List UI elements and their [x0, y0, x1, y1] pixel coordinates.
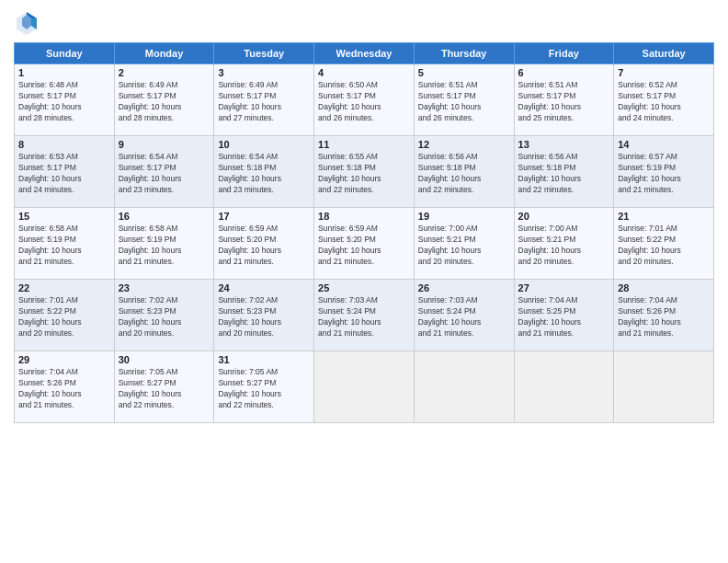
day-info: Sunrise: 6:54 AM Sunset: 5:17 PM Dayligh… — [119, 152, 210, 196]
day-info: Sunrise: 6:50 AM Sunset: 5:17 PM Dayligh… — [318, 80, 410, 124]
calendar-cell: 9Sunrise: 6:54 AM Sunset: 5:17 PM Daylig… — [114, 136, 214, 208]
calendar-cell: 6Sunrise: 6:51 AM Sunset: 5:17 PM Daylig… — [514, 64, 614, 136]
day-info: Sunrise: 6:57 AM Sunset: 5:19 PM Dayligh… — [618, 152, 710, 196]
day-number: 11 — [318, 139, 410, 150]
day-number: 2 — [119, 67, 210, 78]
calendar-cell: 1Sunrise: 6:48 AM Sunset: 5:17 PM Daylig… — [15, 64, 115, 136]
day-number: 4 — [318, 67, 410, 78]
day-number: 29 — [18, 354, 110, 365]
day-number: 7 — [618, 67, 710, 78]
calendar-cell: 27Sunrise: 7:04 AM Sunset: 5:25 PM Dayli… — [514, 280, 614, 351]
calendar-cell: 7Sunrise: 6:52 AM Sunset: 5:17 PM Daylig… — [614, 64, 714, 136]
day-info: Sunrise: 6:49 AM Sunset: 5:17 PM Dayligh… — [119, 80, 210, 124]
day-number: 28 — [618, 282, 710, 293]
day-number: 10 — [218, 139, 310, 150]
day-info: Sunrise: 6:52 AM Sunset: 5:17 PM Dayligh… — [618, 80, 710, 124]
day-number: 8 — [18, 139, 110, 150]
day-info: Sunrise: 6:58 AM Sunset: 5:19 PM Dayligh… — [119, 224, 210, 268]
day-number: 26 — [418, 282, 510, 293]
calendar-week-3: 15Sunrise: 6:58 AM Sunset: 5:19 PM Dayli… — [15, 208, 714, 280]
calendar-cell: 2Sunrise: 6:49 AM Sunset: 5:17 PM Daylig… — [114, 64, 214, 136]
day-number: 21 — [618, 211, 710, 222]
day-number: 19 — [418, 211, 510, 222]
day-number: 12 — [418, 139, 510, 150]
day-number: 1 — [18, 67, 110, 78]
day-info: Sunrise: 7:01 AM Sunset: 5:22 PM Dayligh… — [18, 295, 110, 339]
calendar-cell: 31Sunrise: 7:05 AM Sunset: 5:27 PM Dayli… — [214, 351, 314, 423]
day-info: Sunrise: 6:51 AM Sunset: 5:17 PM Dayligh… — [518, 80, 610, 124]
day-info: Sunrise: 6:56 AM Sunset: 5:18 PM Dayligh… — [418, 152, 510, 196]
header-day-friday: Friday — [514, 43, 614, 64]
calendar-cell: 18Sunrise: 6:59 AM Sunset: 5:20 PM Dayli… — [314, 208, 415, 280]
day-number: 14 — [618, 139, 710, 150]
calendar-cell: 20Sunrise: 7:00 AM Sunset: 5:21 PM Dayli… — [514, 208, 614, 280]
calendar-cell: 11Sunrise: 6:55 AM Sunset: 5:18 PM Dayli… — [314, 136, 415, 208]
calendar-cell: 16Sunrise: 6:58 AM Sunset: 5:19 PM Dayli… — [114, 208, 214, 280]
day-number: 20 — [518, 211, 610, 222]
day-info: Sunrise: 6:48 AM Sunset: 5:17 PM Dayligh… — [18, 80, 110, 124]
calendar-cell: 12Sunrise: 6:56 AM Sunset: 5:18 PM Dayli… — [414, 136, 514, 208]
calendar-cell: 30Sunrise: 7:05 AM Sunset: 5:27 PM Dayli… — [114, 351, 214, 423]
day-number: 15 — [18, 211, 110, 222]
day-info: Sunrise: 6:53 AM Sunset: 5:17 PM Dayligh… — [18, 152, 110, 196]
day-number: 3 — [218, 67, 310, 78]
day-info: Sunrise: 6:58 AM Sunset: 5:19 PM Dayligh… — [18, 224, 110, 268]
day-info: Sunrise: 6:51 AM Sunset: 5:17 PM Dayligh… — [418, 80, 510, 124]
day-info: Sunrise: 6:54 AM Sunset: 5:18 PM Dayligh… — [218, 152, 310, 196]
day-info: Sunrise: 7:04 AM Sunset: 5:26 PM Dayligh… — [618, 295, 710, 339]
day-number: 27 — [518, 282, 610, 293]
day-info: Sunrise: 7:00 AM Sunset: 5:21 PM Dayligh… — [418, 224, 510, 268]
calendar-cell: 24Sunrise: 7:02 AM Sunset: 5:23 PM Dayli… — [214, 280, 314, 351]
logo-icon — [14, 9, 40, 35]
calendar-cell — [614, 351, 714, 423]
calendar-cell: 4Sunrise: 6:50 AM Sunset: 5:17 PM Daylig… — [314, 64, 415, 136]
day-info: Sunrise: 7:00 AM Sunset: 5:21 PM Dayligh… — [518, 224, 610, 268]
day-number: 30 — [119, 354, 210, 365]
calendar-header-row: SundayMondayTuesdayWednesdayThursdayFrid… — [15, 43, 714, 64]
calendar-cell: 17Sunrise: 6:59 AM Sunset: 5:20 PM Dayli… — [214, 208, 314, 280]
day-number: 5 — [418, 67, 510, 78]
day-number: 9 — [119, 139, 210, 150]
day-info: Sunrise: 7:04 AM Sunset: 5:26 PM Dayligh… — [18, 367, 110, 411]
day-number: 25 — [318, 282, 410, 293]
day-info: Sunrise: 6:59 AM Sunset: 5:20 PM Dayligh… — [318, 224, 410, 268]
calendar-cell — [514, 351, 614, 423]
header-day-monday: Monday — [114, 43, 214, 64]
day-number: 22 — [18, 282, 110, 293]
day-number: 24 — [218, 282, 310, 293]
calendar-cell: 19Sunrise: 7:00 AM Sunset: 5:21 PM Dayli… — [414, 208, 514, 280]
calendar-week-2: 8Sunrise: 6:53 AM Sunset: 5:17 PM Daylig… — [15, 136, 714, 208]
calendar-week-1: 1Sunrise: 6:48 AM Sunset: 5:17 PM Daylig… — [15, 64, 714, 136]
calendar-cell: 3Sunrise: 6:49 AM Sunset: 5:17 PM Daylig… — [214, 64, 314, 136]
calendar-cell: 13Sunrise: 6:56 AM Sunset: 5:18 PM Dayli… — [514, 136, 614, 208]
calendar-cell: 28Sunrise: 7:04 AM Sunset: 5:26 PM Dayli… — [614, 280, 714, 351]
day-number: 17 — [218, 211, 310, 222]
day-info: Sunrise: 6:59 AM Sunset: 5:20 PM Dayligh… — [218, 224, 310, 268]
day-info: Sunrise: 7:03 AM Sunset: 5:24 PM Dayligh… — [418, 295, 510, 339]
calendar-cell: 10Sunrise: 6:54 AM Sunset: 5:18 PM Dayli… — [214, 136, 314, 208]
header-day-sunday: Sunday — [15, 43, 115, 64]
calendar-cell: 23Sunrise: 7:02 AM Sunset: 5:23 PM Dayli… — [114, 280, 214, 351]
header-day-wednesday: Wednesday — [314, 43, 415, 64]
calendar-cell: 22Sunrise: 7:01 AM Sunset: 5:22 PM Dayli… — [15, 280, 115, 351]
day-number: 23 — [119, 282, 210, 293]
calendar-cell: 21Sunrise: 7:01 AM Sunset: 5:22 PM Dayli… — [614, 208, 714, 280]
calendar-cell: 26Sunrise: 7:03 AM Sunset: 5:24 PM Dayli… — [414, 280, 514, 351]
calendar-cell: 29Sunrise: 7:04 AM Sunset: 5:26 PM Dayli… — [15, 351, 115, 423]
calendar-cell: 8Sunrise: 6:53 AM Sunset: 5:17 PM Daylig… — [15, 136, 115, 208]
day-info: Sunrise: 7:04 AM Sunset: 5:25 PM Dayligh… — [518, 295, 610, 339]
day-info: Sunrise: 7:01 AM Sunset: 5:22 PM Dayligh… — [618, 224, 710, 268]
calendar-cell — [314, 351, 415, 423]
header-day-tuesday: Tuesday — [214, 43, 314, 64]
day-number: 18 — [318, 211, 410, 222]
day-number: 16 — [119, 211, 210, 222]
calendar-cell: 14Sunrise: 6:57 AM Sunset: 5:19 PM Dayli… — [614, 136, 714, 208]
day-number: 13 — [518, 139, 610, 150]
page-container: SundayMondayTuesdayWednesdayThursdayFrid… — [0, 0, 728, 432]
calendar-cell: 25Sunrise: 7:03 AM Sunset: 5:24 PM Dayli… — [314, 280, 415, 351]
header-day-thursday: Thursday — [414, 43, 514, 64]
day-info: Sunrise: 7:02 AM Sunset: 5:23 PM Dayligh… — [119, 295, 210, 339]
header-day-saturday: Saturday — [614, 43, 714, 64]
calendar-week-4: 22Sunrise: 7:01 AM Sunset: 5:22 PM Dayli… — [15, 280, 714, 351]
day-number: 6 — [518, 67, 610, 78]
